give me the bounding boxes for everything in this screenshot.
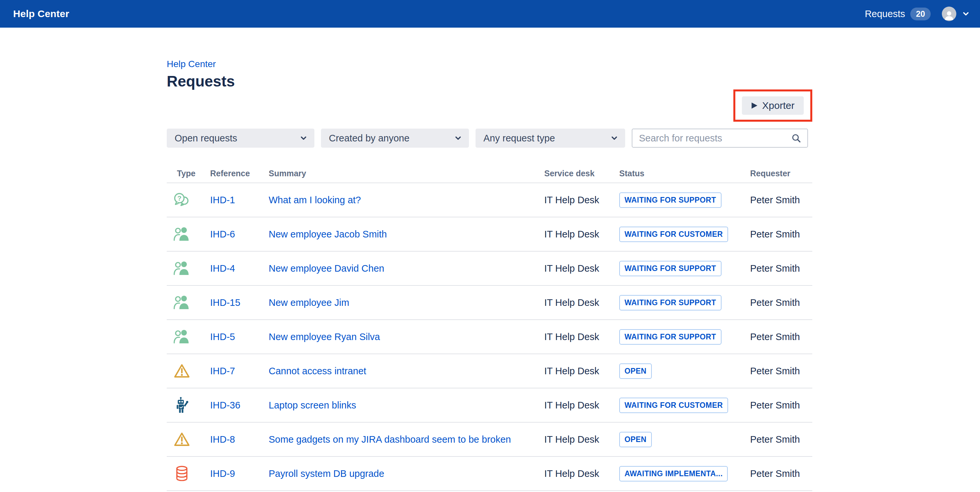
- reference-link[interactable]: IHD-1: [210, 195, 235, 205]
- profile-menu[interactable]: [942, 6, 970, 21]
- xporter-row: Xporter: [167, 89, 812, 122]
- requests-count-badge: 20: [910, 8, 931, 21]
- request-type-filter-value: Any request type: [484, 133, 555, 144]
- chevron-down-icon: [610, 134, 619, 142]
- new-employee-icon: [173, 226, 191, 243]
- play-icon: [749, 100, 759, 110]
- request-type-filter-dropdown[interactable]: Any request type: [476, 129, 625, 148]
- creator-filter-dropdown[interactable]: Created by anyone: [321, 129, 469, 148]
- requester-value: Peter Smith: [750, 229, 812, 240]
- service-desk-value: IT Help Desk: [544, 468, 619, 479]
- status-badge: WAITING FOR SUPPORT: [619, 329, 722, 345]
- service-desk-value: IT Help Desk: [544, 195, 619, 205]
- reference-link[interactable]: IHD-4: [210, 263, 235, 274]
- new-employee-icon: [173, 260, 191, 277]
- request-type-cell: [167, 260, 210, 277]
- service-desk-value: IT Help Desk: [544, 331, 619, 342]
- nav-requests[interactable]: Requests 20: [865, 8, 931, 21]
- status-badge: OPEN: [619, 432, 652, 447]
- nav-requests-label: Requests: [865, 8, 905, 19]
- xporter-button-label: Xporter: [762, 100, 794, 111]
- table-row: IHD-5 New employee Ryan Silva IT Help De…: [167, 320, 812, 354]
- table-row: IHD-4 New employee David Chen IT Help De…: [167, 252, 812, 286]
- warning-triangle-icon: [173, 431, 191, 448]
- summary-link[interactable]: Payroll system DB upgrade: [269, 468, 394, 479]
- request-type-cell: [167, 465, 210, 482]
- reference-link[interactable]: IHD-9: [210, 468, 235, 479]
- column-header-status: Status: [619, 169, 750, 178]
- search-input[interactable]: [639, 133, 791, 144]
- status-badge: AWAITING IMPLEMENTA...: [619, 466, 728, 481]
- request-type-cell: [167, 191, 210, 209]
- table-row: IHD-1 What am I looking at? IT Help Desk…: [167, 183, 812, 217]
- table-header-row: Type Reference Summary Service desk Stat…: [167, 169, 812, 183]
- reference-link[interactable]: IHD-15: [210, 297, 240, 308]
- column-header-type: Type: [167, 169, 210, 178]
- table-row: IHD-7 Cannot access intranet IT Help Des…: [167, 354, 812, 389]
- requester-value: Peter Smith: [750, 434, 812, 445]
- request-type-cell: [167, 362, 210, 379]
- robot-icon: [173, 396, 191, 414]
- reference-link[interactable]: IHD-36: [210, 400, 240, 411]
- user-avatar-icon[interactable]: [942, 6, 956, 21]
- requester-value: Peter Smith: [750, 400, 812, 411]
- breadcrumb-help-center[interactable]: Help Center: [167, 59, 812, 70]
- reference-link[interactable]: IHD-6: [210, 229, 235, 239]
- question-bubbles-icon: [173, 191, 191, 209]
- reference-link[interactable]: IHD-7: [210, 366, 235, 376]
- reference-link[interactable]: IHD-8: [210, 434, 235, 445]
- table-row: IHD-8 Some gadgets on my JIRA dashboard …: [167, 423, 812, 457]
- requester-value: Peter Smith: [750, 468, 812, 479]
- service-desk-value: IT Help Desk: [544, 297, 619, 308]
- request-type-cell: [167, 431, 210, 448]
- summary-link[interactable]: Some gadgets on my JIRA dashboard seem t…: [269, 434, 521, 445]
- requests-table: Type Reference Summary Service desk Stat…: [167, 169, 812, 491]
- reference-link[interactable]: IHD-5: [210, 331, 235, 342]
- service-desk-value: IT Help Desk: [544, 366, 619, 377]
- page-title: Requests: [167, 73, 812, 89]
- request-type-cell: [167, 294, 210, 311]
- status-filter-dropdown[interactable]: Open requests: [167, 129, 314, 148]
- service-desk-value: IT Help Desk: [544, 263, 619, 274]
- xporter-highlight-annotation: Xporter: [733, 89, 812, 122]
- table-row: IHD-15 New employee Jim IT Help Desk WAI…: [167, 286, 812, 320]
- column-header-summary: Summary: [269, 169, 544, 178]
- status-badge: WAITING FOR SUPPORT: [619, 295, 722, 310]
- table-body: IHD-1 What am I looking at? IT Help Desk…: [167, 183, 812, 491]
- requester-value: Peter Smith: [750, 366, 812, 377]
- service-desk-value: IT Help Desk: [544, 400, 619, 411]
- request-type-cell: [167, 396, 210, 414]
- summary-link[interactable]: New employee Jacob Smith: [269, 229, 397, 240]
- table-row: IHD-9 Payroll system DB upgrade IT Help …: [167, 457, 812, 491]
- requester-value: Peter Smith: [750, 297, 812, 308]
- xporter-button[interactable]: Xporter: [742, 96, 804, 115]
- filters-bar: Open requests Created by anyone Any requ…: [167, 129, 812, 148]
- summary-link[interactable]: New employee Jim: [269, 297, 359, 308]
- table-row: IHD-6 New employee Jacob Smith IT Help D…: [167, 217, 812, 252]
- requester-value: Peter Smith: [750, 263, 812, 274]
- status-badge: OPEN: [619, 363, 652, 379]
- column-header-service-desk: Service desk: [544, 169, 619, 178]
- table-row: IHD-36 Laptop screen blinks IT Help Desk…: [167, 389, 812, 423]
- summary-link[interactable]: Laptop screen blinks: [269, 400, 366, 411]
- requester-value: Peter Smith: [750, 195, 812, 205]
- requester-value: Peter Smith: [750, 331, 812, 342]
- summary-link[interactable]: What am I looking at?: [269, 195, 371, 205]
- summary-link[interactable]: New employee Ryan Silva: [269, 331, 390, 342]
- status-filter-value: Open requests: [175, 133, 237, 144]
- database-icon: [173, 465, 191, 482]
- column-header-reference: Reference: [210, 169, 269, 178]
- topbar: Help Center Requests 20: [0, 0, 980, 28]
- new-employee-icon: [173, 294, 191, 311]
- brand-help-center[interactable]: Help Center: [13, 8, 69, 19]
- topbar-right: Requests 20: [865, 6, 970, 21]
- chevron-down-icon: [454, 134, 462, 142]
- service-desk-value: IT Help Desk: [544, 434, 619, 445]
- column-header-requester: Requester: [750, 169, 812, 178]
- summary-link[interactable]: New employee David Chen: [269, 263, 394, 274]
- search-icon[interactable]: [791, 133, 802, 143]
- status-badge: WAITING FOR CUSTOMER: [619, 227, 728, 242]
- chevron-down-icon: [299, 134, 308, 142]
- summary-link[interactable]: Cannot access intranet: [269, 366, 376, 377]
- warning-triangle-icon: [173, 362, 191, 379]
